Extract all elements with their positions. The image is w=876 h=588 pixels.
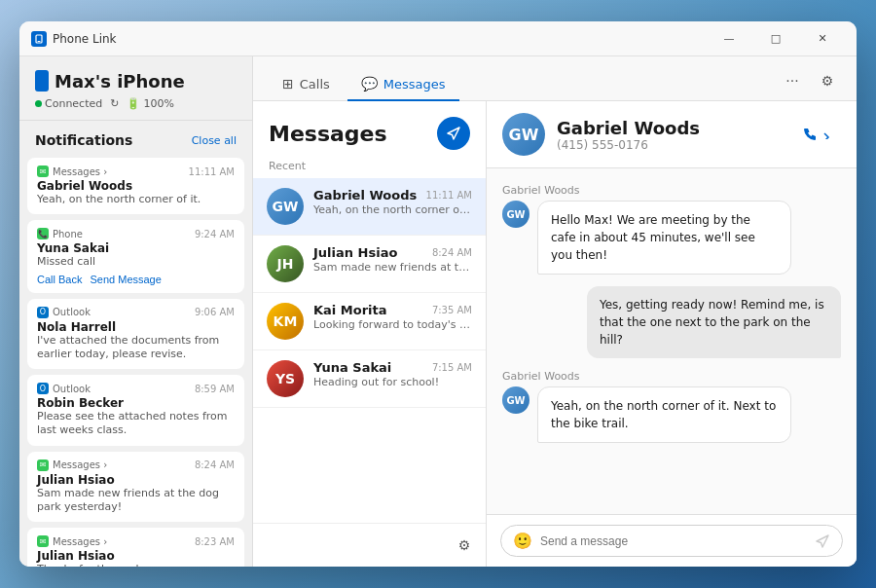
- phone-icon: 📞: [37, 228, 49, 239]
- notif-time: 8:23 AM: [195, 536, 235, 547]
- settings-button[interactable]: ⚙: [814, 67, 841, 94]
- device-header: Max's iPhone Connected ↻ 🔋 100%: [19, 56, 252, 121]
- messages-tab-icon: 💬: [361, 76, 378, 92]
- chat-bubble: Yeah, on the north corner of it. Next to…: [537, 386, 791, 443]
- device-name: Max's iPhone: [35, 70, 237, 92]
- chat-contact-info: Gabriel Woods (415) 555-0176: [557, 118, 781, 152]
- message-group: Gabriel Woods GW Yeah, on the north corn…: [502, 370, 841, 443]
- notif-text: Thanks for the park recommendation!: [37, 563, 235, 567]
- clear-all-button[interactable]: Close all: [192, 134, 237, 147]
- messages-settings-button[interactable]: ⚙: [451, 532, 478, 559]
- message-group: Yes, getting ready now! Remind me, is th…: [502, 286, 841, 358]
- messages-list-footer: ⚙: [253, 523, 486, 567]
- content-area: Messages Recent GW: [253, 101, 857, 567]
- msg-time: 7:35 AM: [432, 305, 472, 315]
- message-row: GW Yeah, on the north corner of it. Next…: [502, 386, 841, 443]
- notif-app: ✉ Messages ›: [37, 165, 107, 177]
- notif-sender: Gabriel Woods: [37, 179, 235, 193]
- msg-preview: Yeah, on the north corner of it. Next to…: [313, 202, 472, 217]
- notifications-header: Notifications Close all: [19, 121, 252, 154]
- minimize-button[interactable]: —: [707, 25, 751, 53]
- notification-item[interactable]: 📞 Phone 9:24 AM Yuna Sakai Missed call C…: [27, 220, 244, 292]
- sync-status: ↻: [110, 97, 119, 110]
- messages-icon: ✉: [37, 165, 49, 177]
- phone-icon: [35, 70, 49, 92]
- messages-icon: ✉: [37, 459, 49, 471]
- notif-app: 📞 Phone: [37, 228, 83, 239]
- new-message-button[interactable]: [437, 117, 470, 150]
- chat-bubble: Hello Max! We are meeting by the cafe in…: [537, 201, 791, 275]
- notif-actions: Call Back Send Message: [37, 274, 235, 285]
- call-back-button[interactable]: Call Back: [37, 274, 82, 285]
- recent-label: Recent: [253, 156, 486, 178]
- avatar: YS: [267, 360, 304, 397]
- emoji-button[interactable]: 🙂: [513, 532, 532, 550]
- conversation-item[interactable]: KM Kai Morita 7:35 AM Looking forward to…: [253, 293, 486, 350]
- notification-item[interactable]: O Outlook 9:06 AM Nola Harrell I've atta…: [27, 299, 244, 370]
- msg-item-content: Julian Hsiao 8:24 AM Sam made new friend…: [313, 245, 472, 275]
- msg-item-content: Gabriel Woods 11:11 AM Yeah, on the nort…: [313, 188, 472, 217]
- notification-item[interactable]: O Outlook 8:59 AM Robin Becker Please se…: [27, 375, 244, 446]
- tab-messages[interactable]: 💬 Messages: [347, 68, 459, 101]
- conversation-item[interactable]: GW Gabriel Woods 11:11 AM Yeah, on the n…: [253, 178, 486, 236]
- notif-app: O Outlook: [37, 383, 91, 394]
- titlebar: Phone Link — □ ✕: [19, 21, 857, 56]
- window-title: Phone Link: [53, 32, 707, 46]
- notif-header: O Outlook 9:06 AM: [37, 307, 235, 318]
- app-icon: [31, 31, 47, 47]
- connected-dot: [35, 100, 42, 107]
- message-sender-label: Gabriel Woods: [502, 370, 841, 383]
- notif-app: O Outlook: [37, 307, 91, 318]
- send-button[interactable]: [815, 533, 830, 549]
- notifications-title: Notifications: [35, 132, 132, 148]
- msg-item-content: Yuna Sakai 7:15 AM Heading out for schoo…: [313, 360, 472, 389]
- chat-panel: GW Gabriel Woods (415) 555-0176: [487, 101, 857, 567]
- right-panel: ⊞ Calls 💬 Messages ··· ⚙: [253, 56, 857, 567]
- svg-rect-1: [38, 41, 41, 42]
- window-controls: — □ ✕: [707, 25, 845, 53]
- battery-status: 🔋 100%: [127, 97, 173, 110]
- chat-messages: Gabriel Woods GW Hello Max! We are meeti…: [487, 168, 857, 514]
- messages-panel-title: Messages: [269, 122, 387, 146]
- message-row: Yes, getting ready now! Remind me, is th…: [502, 286, 841, 358]
- notification-item[interactable]: ✉ Messages › 8:24 AM Julian Hsiao Sam ma…: [27, 452, 244, 523]
- more-options-button[interactable]: ···: [779, 67, 806, 94]
- msg-item-top: Yuna Sakai 7:15 AM: [313, 360, 472, 375]
- notif-sender: Nola Harrell: [37, 320, 235, 334]
- close-button[interactable]: ✕: [800, 25, 845, 53]
- notif-header: 📞 Phone 9:24 AM: [37, 228, 235, 239]
- tab-bar: ⊞ Calls 💬 Messages ··· ⚙: [253, 56, 857, 101]
- connection-status: Connected: [35, 97, 102, 110]
- chat-header-actions: [792, 122, 841, 147]
- msg-time: 8:24 AM: [432, 247, 472, 258]
- msg-item-top: Kai Morita 7:35 AM: [313, 303, 472, 317]
- chat-input-area: 🙂: [487, 514, 857, 567]
- notif-header: ✉ Messages › 8:23 AM: [37, 535, 235, 547]
- device-status: Connected ↻ 🔋 100%: [35, 97, 237, 110]
- notification-item[interactable]: ✉ Messages › 8:23 AM Julian Hsiao Thanks…: [27, 528, 244, 567]
- notif-sender: Julian Hsiao: [37, 473, 235, 487]
- message-avatar: GW: [502, 386, 529, 414]
- conversation-item[interactable]: YS Yuna Sakai 7:15 AM Heading out for sc…: [253, 350, 486, 408]
- notif-time: 9:24 AM: [195, 229, 235, 239]
- tab-calls[interactable]: ⊞ Calls: [269, 68, 344, 101]
- notif-time: 9:06 AM: [195, 307, 235, 317]
- maximize-button[interactable]: □: [753, 25, 798, 53]
- notif-time: 11:11 AM: [189, 166, 235, 177]
- msg-contact-name: Yuna Sakai: [313, 360, 391, 375]
- main-content: Max's iPhone Connected ↻ 🔋 100%: [19, 56, 857, 567]
- call-button[interactable]: [792, 122, 841, 147]
- chat-contact-name: Gabriel Woods: [557, 118, 781, 138]
- msg-item-content: Kai Morita 7:35 AM Looking forward to to…: [313, 303, 472, 332]
- msg-time: 11:11 AM: [426, 190, 472, 201]
- messages-list: GW Gabriel Woods 11:11 AM Yeah, on the n…: [253, 178, 486, 523]
- message-input[interactable]: [540, 534, 807, 548]
- notification-item[interactable]: ✉ Messages › 11:11 AM Gabriel Woods Yeah…: [27, 158, 244, 214]
- chat-contact-phone: (415) 555-0176: [557, 138, 781, 152]
- chat-header: GW Gabriel Woods (415) 555-0176: [487, 101, 857, 168]
- notif-app: ✉ Messages ›: [37, 459, 107, 471]
- conversation-item[interactable]: JH Julian Hsiao 8:24 AM Sam made new fri…: [253, 236, 486, 293]
- chat-bubble: Yes, getting ready now! Remind me, is th…: [587, 286, 841, 358]
- notifications-list: ✉ Messages › 11:11 AM Gabriel Woods Yeah…: [19, 154, 252, 567]
- send-message-button[interactable]: Send Message: [90, 274, 161, 285]
